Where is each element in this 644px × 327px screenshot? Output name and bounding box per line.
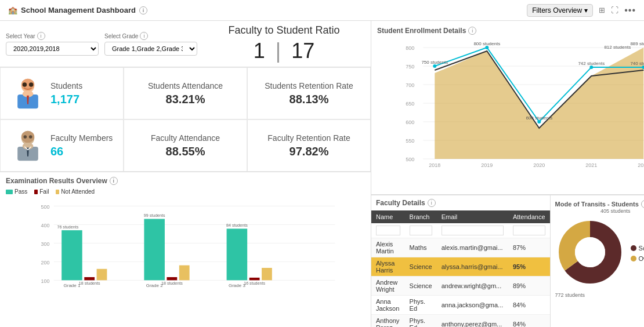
own-dot (631, 256, 636, 261)
grade-select[interactable]: Grade 1,Grade 2,Grade 3 (104, 42, 197, 56)
year-info-icon[interactable]: i (37, 32, 45, 40)
svg-point-4 (23, 82, 27, 87)
svg-text:76 students: 76 students (57, 225, 78, 230)
compare-icon[interactable]: ⊞ (599, 6, 605, 14)
transit-donut-chart (555, 217, 625, 287)
svg-text:2019: 2019 (481, 162, 493, 168)
faculty-retention-card: Faculty Retention Rate 97.82% (247, 119, 371, 172)
faculty-card-content: Faculty Members 66 (50, 133, 113, 158)
faculty-retention-value: 97.82% (290, 145, 329, 158)
svg-text:889 students: 889 students (630, 41, 644, 46)
header: 🏫 School Management Dashboard i Filters … (0, 0, 644, 21)
svg-text:600: 600 (406, 119, 414, 125)
left-panel: Select Year i 2020,2019,2018 Select Grad… (0, 21, 371, 327)
ratio-section: Faculty to Student Ratio 1 | 17 (203, 24, 365, 63)
year-select[interactable]: 2020,2019,2018 (6, 42, 99, 56)
grade-filter-group: Select Grade i Grade 1,Grade 2,Grade 3 (104, 32, 197, 56)
grade-filter-label: Select Grade i (104, 32, 197, 40)
faculty-value: 66 (50, 145, 113, 158)
filters-overview-button[interactable]: Filters Overview ▾ (527, 4, 593, 17)
faculty-label: Faculty Members (50, 133, 113, 143)
faculty-attendance-label: Faculty Attendance (151, 133, 220, 143)
enrollment-header: Student Enrollment Details i ⛶ ••• (377, 26, 644, 36)
faculty-attendance-value: 88.55% (166, 145, 205, 158)
svg-text:550: 550 (406, 138, 414, 144)
svg-text:100: 100 (41, 278, 50, 284)
svg-text:2018: 2018 (429, 162, 440, 168)
filters-label: Filters Overview (532, 6, 582, 14)
header-info-icon[interactable]: i (139, 6, 147, 14)
svg-text:99 students: 99 students (144, 213, 165, 218)
faculty-title: Faculty Details (376, 199, 425, 207)
search-attendance-input[interactable] (513, 226, 545, 235)
fullscreen-icon[interactable]: ⛶ (611, 6, 618, 14)
faculty-table-header: Name Branch Email Attendance (371, 210, 550, 223)
ratio-right: 17 (291, 39, 314, 63)
student-avatar-icon (12, 76, 44, 111)
svg-text:800 students: 800 students (473, 41, 500, 46)
search-branch-input[interactable] (410, 226, 432, 235)
svg-text:742 students: 742 students (578, 61, 605, 66)
svg-text:Grade 1: Grade 1 (63, 283, 80, 288)
svg-point-5 (29, 82, 34, 87)
search-name-input[interactable] (376, 226, 400, 235)
legend-school-bus: School Bus (631, 245, 644, 252)
svg-text:84 students: 84 students (226, 223, 248, 228)
faculty-info-icon[interactable]: i (428, 199, 436, 207)
right-panel: Student Enrollment Details i ⛶ ••• 800 7… (371, 21, 644, 327)
legend-not-attended: Not Attended (56, 188, 95, 195)
year-filter-label: Select Year i (6, 32, 99, 40)
bottom-right: Faculty Details i Name Branch Email Atte… (371, 195, 644, 327)
enrollment-dot-2020 (537, 120, 541, 123)
svg-text:16 students: 16 students (244, 281, 265, 286)
exam-title: Examination Results Overview i (6, 177, 365, 185)
svg-point-11 (24, 135, 27, 139)
faculty-header: Faculty Details i (371, 195, 550, 210)
year-filter-group: Select Year i 2020,2019,2018 (6, 32, 99, 56)
more-options-icon[interactable]: ••• (624, 5, 636, 16)
transit-legend: School Bus Own (631, 245, 644, 262)
exam-legend: Pass Fail Not Attended (6, 188, 365, 195)
enrollment-info-icon[interactable]: i (468, 27, 476, 35)
dashboard-icon: 🏫 (8, 6, 17, 14)
faculty-table-row: Anna JacksonPhys. Edanna.jackson@gma...8… (371, 296, 550, 315)
faculty-retention-label: Faculty Retention Rate (267, 133, 350, 143)
pass-bar-icon (6, 190, 13, 194)
col-email: Email (437, 210, 508, 223)
faculty-search-row (371, 223, 550, 238)
transit-info-icon[interactable]: i (641, 200, 644, 208)
faculty-table-container[interactable]: Name Branch Email Attendance (371, 210, 550, 327)
legend-fail: Fail (34, 188, 49, 195)
faculty-card: Faculty Members 66 (0, 119, 124, 172)
not-attended-bar-icon (56, 190, 59, 194)
grade3-fail-bar (249, 278, 260, 280)
students-attendance-card: Students Attendance 83.21% (124, 67, 247, 119)
students-attendance-value: 83.21% (166, 93, 205, 106)
svg-text:400: 400 (41, 223, 50, 228)
grade2-pass-bar (144, 219, 165, 281)
donut-container: 772 students 405 students School Bus Own (555, 217, 644, 289)
ratio-title: Faculty to Student Ratio (203, 24, 365, 37)
exam-section: Examination Results Overview i Pass Fail… (0, 172, 371, 327)
header-title: School Management Dashboard (21, 6, 136, 14)
faculty-table-row: Alexis MartinMathsalexis.martin@gmai...8… (371, 238, 550, 257)
search-email-input[interactable] (442, 226, 504, 235)
exam-info-icon[interactable]: i (110, 177, 118, 185)
svg-text:2022: 2022 (638, 162, 644, 168)
svg-text:18 students: 18 students (79, 281, 100, 286)
svg-text:200: 200 (41, 260, 50, 266)
donut-hole (575, 237, 605, 267)
school-bus-label: School Bus (639, 245, 644, 252)
svg-point-8 (21, 131, 35, 143)
main-content: Select Year i 2020,2019,2018 Select Grad… (0, 21, 644, 327)
transit-title: Mode of Transits - Students (555, 201, 639, 208)
ratio-left: 1 (254, 39, 265, 63)
svg-point-12 (29, 135, 32, 139)
chevron-icon: ▾ (584, 6, 588, 14)
enrollment-title-group: Student Enrollment Details i (377, 27, 476, 35)
students-retention-label: Students Retention Rate (265, 81, 353, 90)
svg-text:2021: 2021 (585, 162, 597, 168)
svg-text:500: 500 (406, 157, 414, 162)
grade-info-icon[interactable]: i (140, 32, 148, 40)
svg-text:2020: 2020 (533, 162, 545, 168)
